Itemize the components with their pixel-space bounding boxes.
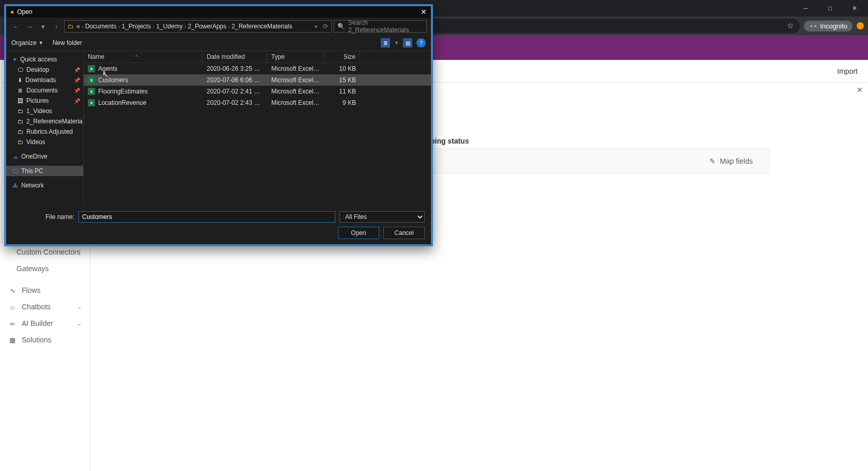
dialog-forward-button[interactable]: → (24, 21, 35, 32)
pencil-icon: ✎ (709, 157, 716, 165)
sidebar-item[interactable]: ☼Chatbots⌄ (0, 299, 90, 315)
window-controls: ─ □ ✕ (794, 1, 866, 15)
file-size: 15 KB (324, 75, 360, 85)
dialog-recent-button[interactable]: ▾ (37, 21, 49, 32)
incognito-label: Incognito (820, 22, 847, 30)
file-type: Microsoft Excel W... (267, 98, 324, 107)
dialog-close-icon[interactable]: ✕ (421, 8, 427, 16)
incognito-badge[interactable]: 👓 Incognito (804, 21, 853, 32)
breadcrumb-segment[interactable]: « (76, 23, 80, 30)
column-headers: Name^ Date modified Type Size (84, 51, 431, 63)
dialog-help-icon[interactable]: ? (416, 38, 426, 48)
open-button[interactable]: Open (338, 227, 379, 239)
view-dropdown-icon[interactable]: ▼ (394, 40, 399, 45)
dialog-search-input[interactable]: 🔍 Search 2_ReferenceMaterials (334, 20, 427, 33)
dialog-toolbar: Organize▼ New folder ≣ ▼ ▤ ? (6, 35, 431, 51)
excel-icon: X (88, 88, 95, 95)
sidebar-item[interactable]: ∞AI Builder⌄ (0, 315, 90, 332)
tree-item-label: Documents (26, 87, 58, 94)
dialog-title: Open (17, 8, 32, 15)
sidebar-item-label: Solutions (22, 336, 52, 344)
chevron-down-icon: ⌄ (77, 304, 82, 310)
file-filter-select[interactable]: All Files (339, 211, 425, 223)
sidebar-item[interactable]: ∿Flows (0, 282, 90, 299)
breadcrumb-segment[interactable]: 2_ReferenceMaterials (231, 23, 292, 30)
file-name: FlooringEstimates (98, 88, 148, 95)
sidebar-item-icon: ▦ (8, 336, 17, 344)
minimize-button[interactable]: ─ (794, 1, 817, 15)
preview-pane-button[interactable]: ▤ (403, 38, 412, 48)
sidebar-item[interactable]: ▦Solutions (0, 332, 90, 348)
pin-icon: 📌 (74, 88, 80, 93)
file-open-dialog: ● Open ✕ ← → ▾ ↑ 🗀 « › Documents › 1_Pro… (4, 4, 433, 246)
breadcrumb-segment[interactable]: Documents (85, 23, 117, 30)
view-mode-button[interactable]: ≣ (381, 38, 390, 48)
filename-input[interactable] (79, 211, 335, 223)
folder-icon: 🗀 (18, 129, 23, 135)
file-type: Microsoft Excel W... (267, 87, 324, 96)
column-date[interactable]: Date modified (203, 51, 267, 62)
excel-icon: X (88, 99, 95, 106)
breadcrumb-dropdown-icon[interactable]: ▾ (315, 24, 317, 29)
file-row[interactable]: XFlooringEstimates 2020-07-02 2:41 PM Mi… (84, 86, 431, 97)
network-group[interactable]: 🖧 Network (6, 180, 83, 191)
refresh-icon[interactable]: ⟳ (323, 23, 328, 30)
maximize-button[interactable]: □ (818, 1, 842, 15)
file-date: 2020-07-06 6:06 PM (203, 75, 267, 85)
column-size[interactable]: Size (324, 51, 360, 62)
column-name[interactable]: Name^ (84, 51, 203, 62)
onedrive-group[interactable]: ☁ OneDrive (6, 151, 83, 162)
import-button[interactable]: Import (837, 67, 858, 75)
folder-icon: 🗀 (18, 108, 23, 114)
sidebar-item-icon: ☼ (8, 303, 17, 311)
tree-item[interactable]: 🗀2_ReferenceMateria (6, 116, 83, 127)
breadcrumb-segment[interactable]: 2_PowerApps (188, 23, 227, 30)
file-row[interactable]: XCustomers 2020-07-06 6:06 PM Microsoft … (84, 74, 431, 86)
breadcrumb[interactable]: 🗀 « › Documents › 1_Projects › 1_Udemy ›… (64, 20, 332, 33)
file-row[interactable]: XLocationRevenue 2020-07-02 2:43 PM Micr… (84, 97, 431, 108)
dialog-back-button[interactable]: ← (10, 21, 22, 32)
sidebar-item-icon: ∿ (8, 287, 17, 294)
dialog-nav-row: ← → ▾ ↑ 🗀 « › Documents › 1_Projects › 1… (6, 18, 431, 35)
folder-icon: 🗎 (18, 87, 23, 93)
network-icon: 🖧 (12, 182, 18, 189)
sidebar-item[interactable]: Gateways (0, 260, 90, 277)
file-date: 2020-07-02 2:41 PM (203, 87, 267, 96)
breadcrumb-segment[interactable]: 1_Projects (121, 23, 151, 30)
map-fields-button[interactable]: ✎ Map fields (693, 157, 769, 165)
close-window-button[interactable]: ✕ (843, 1, 866, 15)
chevron-right-icon: › (153, 24, 154, 29)
new-folder-button[interactable]: New folder (53, 39, 82, 46)
tree-item[interactable]: 🖵Desktop📌 (6, 65, 83, 75)
excel-icon: X (88, 76, 95, 84)
this-pc-group[interactable]: 🖵 This PC (6, 166, 83, 176)
profile-avatar[interactable] (857, 22, 864, 29)
file-name: Agents (98, 65, 117, 72)
tree-item[interactable]: 🗀Rubrics Adjusted (6, 127, 83, 137)
file-type: Microsoft Excel W... (267, 64, 324, 73)
close-panel-icon[interactable]: ✕ (857, 86, 863, 94)
organize-menu[interactable]: Organize▼ (11, 39, 43, 46)
breadcrumb-segment[interactable]: 1_Udemy (156, 23, 182, 30)
tree-item[interactable]: ⬇Downloads📌 (6, 75, 83, 85)
sidebar-item-icon: ∞ (8, 320, 17, 327)
incognito-icon: 👓 (809, 22, 817, 30)
folder-icon: 🗀 (68, 23, 74, 30)
tree-item[interactable]: 🖼Pictures📌 (6, 96, 83, 106)
folder-icon: ⬇ (18, 77, 22, 84)
quick-access-group[interactable]: ✦ Quick access (6, 54, 83, 65)
chevron-right-icon: › (82, 24, 83, 29)
tree-item[interactable]: 🗎Documents📌 (6, 85, 83, 96)
chevron-right-icon: › (118, 24, 120, 29)
bookmark-icon[interactable]: ☆ (787, 21, 794, 30)
folder-icon: 🖼 (18, 98, 23, 104)
cancel-button[interactable]: Cancel (383, 227, 425, 239)
cloud-icon: ☁ (12, 153, 18, 160)
pin-icon: 📌 (74, 98, 80, 104)
sidebar-item-label: AI Builder (22, 319, 53, 327)
column-type[interactable]: Type (267, 51, 324, 62)
tree-item[interactable]: 🗀1_Videos (6, 106, 83, 116)
tree-item[interactable]: 🗀Videos (6, 137, 83, 147)
file-row[interactable]: XAgents 2020-06-26 3:25 PM Microsoft Exc… (84, 63, 431, 74)
dialog-up-button[interactable]: ↑ (51, 21, 62, 32)
